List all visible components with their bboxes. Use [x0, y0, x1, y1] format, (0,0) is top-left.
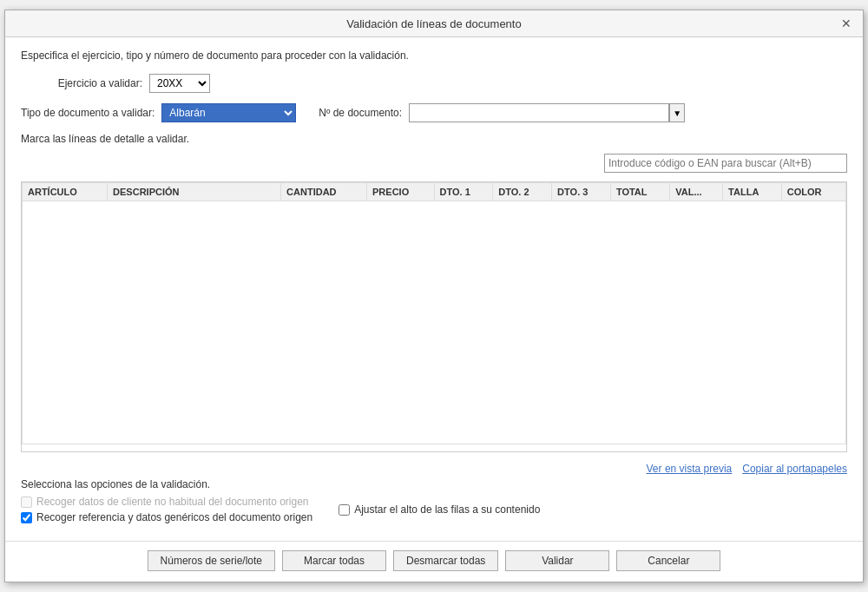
series-button[interactable]: Números de serie/lote — [148, 550, 275, 571]
option2-item: Recoger referencia y datos genéricos del… — [21, 511, 312, 523]
lines-label: Marca las líneas de detalle a validar. — [21, 133, 847, 145]
tipo-doc-wrapper: Albarán Factura Pedido — [161, 103, 296, 122]
options-col-left: Recoger datos de cliente no habitual del… — [21, 496, 312, 523]
table-header: ARTÍCULO DESCRIPCIÓN CANTIDAD PRECIO DTO… — [23, 183, 846, 201]
title-bar: Validación de líneas de documento ✕ — [5, 10, 863, 37]
options-section: Ver en vista previa Copiar al portapapel… — [21, 463, 847, 523]
unmark-all-button[interactable]: Desmarcar todas — [393, 550, 498, 571]
tipo-doc-label: Tipo de documento a validar: — [21, 107, 155, 119]
cancel-button[interactable]: Cancelar — [616, 550, 720, 571]
option1-item: Recoger datos de cliente no habitual del… — [21, 496, 312, 508]
col-val: VAL... — [670, 183, 723, 201]
content-area: Especifica el ejercicio, tipo y número d… — [5, 37, 863, 536]
col-color: COLOR — [781, 183, 845, 201]
col-dto1: DTO. 1 — [434, 183, 493, 201]
view-preview-link[interactable]: Ver en vista previa — [647, 463, 733, 475]
nro-doc-label: Nº de documento: — [319, 107, 402, 119]
col-descripcion: DESCRIPCIÓN — [108, 183, 281, 201]
tipo-doc-row: Tipo de documento a validar: Albarán Fac… — [21, 103, 847, 122]
col-precio: PRECIO — [367, 183, 435, 201]
option1-checkbox[interactable] — [21, 497, 32, 508]
table-container: ARTÍCULO DESCRIPCIÓN CANTIDAD PRECIO DTO… — [21, 181, 847, 452]
option3-checkbox[interactable] — [339, 504, 350, 516]
ejercicio-label: Ejercicio a validar: — [21, 77, 142, 89]
mark-all-button[interactable]: Marcar todas — [282, 550, 386, 571]
tipo-doc-select[interactable]: Albarán Factura Pedido — [161, 103, 296, 122]
search-input[interactable] — [604, 154, 847, 173]
search-row — [21, 154, 847, 173]
col-articulo: ARTÍCULO — [23, 183, 108, 201]
main-window: Validación de líneas de documento ✕ Espe… — [4, 10, 864, 582]
ejercicio-select[interactable]: 20XX — [149, 74, 210, 93]
option2-label: Recoger referencia y datos genéricos del… — [36, 511, 312, 523]
options-row: Recoger datos de cliente no habitual del… — [21, 496, 847, 523]
col-dto2: DTO. 2 — [493, 183, 552, 201]
nro-doc-dropdown-btn[interactable]: ▼ — [669, 103, 685, 122]
option2-checkbox[interactable] — [21, 512, 32, 523]
copy-clipboard-link[interactable]: Copiar al portapapeles — [742, 463, 847, 475]
form-description: Especifica el ejercicio, tipo y número d… — [21, 49, 847, 62]
lines-table: ARTÍCULO DESCRIPCIÓN CANTIDAD PRECIO DTO… — [22, 182, 846, 444]
col-cantidad: CANTIDAD — [281, 183, 367, 201]
col-dto3: DTO. 3 — [552, 183, 611, 201]
options-title: Selecciona las opciones de la validación… — [21, 478, 847, 490]
option3-label: Ajustar el alto de las filas a su conten… — [354, 503, 540, 516]
option1-label: Recoger datos de cliente no habitual del… — [36, 496, 309, 508]
links-row: Ver en vista previa Copiar al portapapel… — [21, 463, 847, 475]
table-body — [23, 201, 846, 444]
nro-doc-wrapper: ▼ — [409, 103, 685, 122]
validate-button[interactable]: Validar — [505, 550, 609, 571]
close-button[interactable]: ✕ — [838, 16, 854, 31]
option3-item: Ajustar el alto de las filas a su conten… — [339, 503, 540, 516]
nro-doc-input[interactable] — [409, 103, 669, 122]
window-title: Validación de líneas de documento — [30, 17, 838, 30]
col-total: TOTAL — [610, 183, 669, 201]
options-col-right: Ajustar el alto de las filas a su conten… — [339, 503, 540, 516]
col-talla: TALLA — [723, 183, 782, 201]
ejercicio-row: Ejercicio a validar: 20XX — [21, 74, 847, 93]
footer-buttons: Números de serie/lote Marcar todas Desma… — [5, 541, 863, 582]
